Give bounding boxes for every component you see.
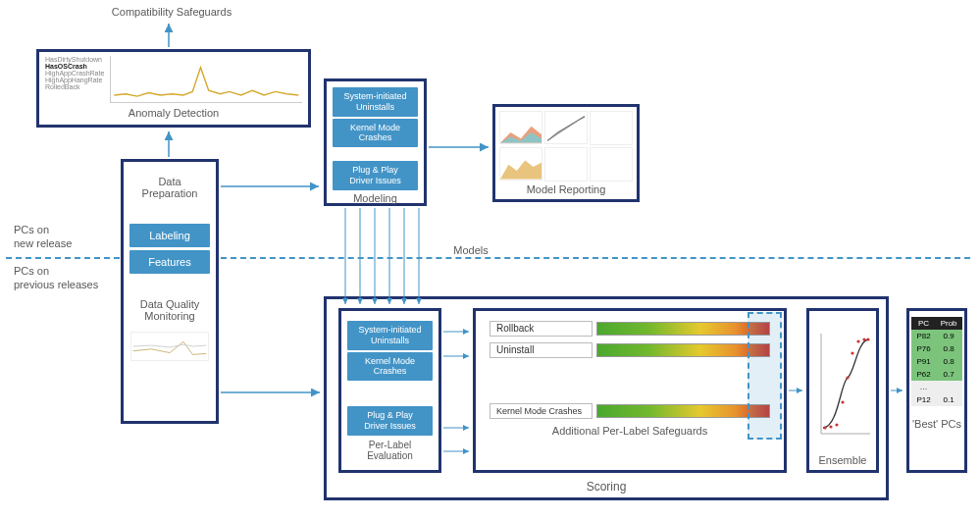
anomaly-chart: [110, 56, 302, 103]
bar-row: Rollback: [490, 321, 770, 337]
best-pcs-table: PCProb P820.9 P760.8 P910.8 P620.7 … P12…: [911, 317, 961, 406]
ple-pill: Kernel Mode Crashes: [347, 352, 433, 382]
bar-label: Uninstall: [490, 342, 593, 358]
legend-item: RolledBack: [45, 83, 104, 90]
svg-point-7: [835, 423, 838, 426]
anomaly-detection-box: HasDirtyShutdown HasOSCrash HighAppCrash…: [36, 49, 311, 128]
bar-label: Rollback: [490, 321, 593, 337]
modeling-box: System-initiated Uninstalls Kernel Mode …: [324, 78, 427, 206]
svg-point-8: [841, 400, 844, 403]
safeguards-title: Additional Per-Label Safeguards: [480, 425, 780, 437]
dqm-title2: Monitoring: [129, 310, 210, 322]
bar-label: Kernel Mode Crashes: [490, 403, 593, 419]
svg-point-6: [829, 425, 832, 428]
ple-pill: System-initiated Uninstalls: [347, 321, 433, 350]
features-pill: Features: [129, 250, 210, 274]
modeling-pill: System-initiated Uninstalls: [333, 87, 418, 117]
side-label: PCs on: [14, 265, 49, 277]
labeling-pill: Labeling: [129, 224, 210, 247]
report-thumb: [499, 147, 542, 181]
modeling-pill: Kernel Mode Crashes: [333, 119, 418, 148]
legend-item: HighAppCrashRate: [45, 70, 104, 77]
bar: [596, 322, 770, 336]
data-prep-box: Data Preparation Labeling Features Data …: [121, 159, 219, 424]
dqm-chart: [130, 332, 209, 361]
compat-safeguards-label: Compatibility Safeguards: [88, 6, 255, 18]
scoring-title: Scoring: [327, 480, 886, 494]
th: Prob: [936, 317, 962, 330]
model-reporting-box: Model Reporting: [492, 104, 640, 202]
anomaly-title: Anomaly Detection: [39, 107, 308, 119]
bar: [596, 343, 770, 357]
legend-item: HighAppHangRate: [45, 77, 104, 83]
data-prep-title: Data: [129, 176, 210, 187]
anomaly-legend: HasDirtyShutdown HasOSCrash HighAppCrash…: [45, 56, 104, 103]
svg-point-9: [846, 376, 849, 379]
ple-pill: Plug & Play Driver Issues: [347, 406, 433, 436]
modeling-pill: Plug & Play Driver Issues: [333, 161, 418, 190]
ensemble-box: Ensemble: [806, 308, 879, 473]
svg-point-13: [866, 338, 869, 340]
bar-row: Uninstall: [490, 342, 770, 358]
legend-item: HasOSCrash: [45, 63, 104, 70]
per-label-eval-box: System-initiated Uninstalls Kernel Mode …: [338, 308, 441, 473]
models-label: Models: [437, 244, 505, 256]
svg-point-11: [856, 339, 859, 342]
divider: [221, 257, 970, 259]
legend-item: HasDirtyShutdown: [45, 56, 104, 63]
report-thumb: [544, 111, 588, 144]
bar-row: Kernel Mode Crashes: [490, 403, 770, 419]
svg-point-10: [851, 351, 853, 354]
side-label: PCs on: [14, 224, 49, 235]
ensemble-chart: [813, 315, 872, 450]
best-pcs-box: PCProb P820.9 P760.8 P910.8 P620.7 … P12…: [906, 308, 967, 473]
side-label: new release: [14, 237, 72, 249]
best-title: 'Best' PCs: [911, 418, 962, 430]
svg-point-12: [862, 338, 865, 340]
svg-point-5: [823, 426, 826, 429]
selection-highlight: [748, 312, 782, 440]
ensemble-title: Ensemble: [813, 454, 872, 466]
bar: [596, 404, 770, 418]
reporting-title: Model Reporting: [499, 183, 633, 195]
safeguards-box: Rollback Uninstall Kernel Mode Crashes A…: [473, 308, 787, 473]
th: PC: [911, 317, 935, 330]
modeling-title: Modeling: [333, 192, 418, 204]
report-thumb: [499, 111, 542, 144]
dqm-title: Data Quality: [129, 298, 210, 310]
data-prep-title2: Preparation: [129, 187, 210, 199]
svg-marker-2: [500, 161, 542, 180]
divider: [6, 257, 120, 259]
side-label: previous releases: [14, 279, 98, 290]
ple-title: Per-Label Evaluation: [347, 440, 433, 461]
